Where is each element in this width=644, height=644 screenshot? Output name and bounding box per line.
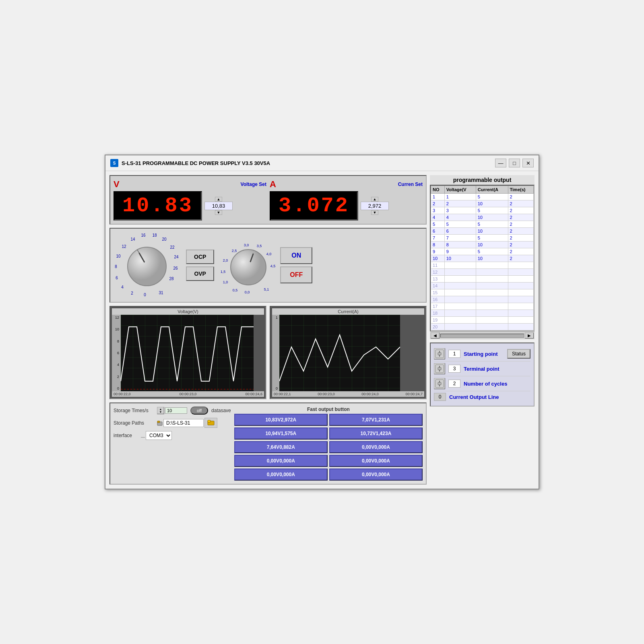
current-knob-svg[interactable]: 0,0 0,5 1,0 1,5 2,0 2,5 3,0 3,5 4,0 4,5 … [219,235,279,295]
cell-time: 2 [508,235,533,242]
table-row[interactable]: 11 [431,262,534,269]
fast-btn-2[interactable]: 10,94V1,575A [234,427,328,440]
current-line-label: Current Output Line [449,394,530,400]
current-down-arrow[interactable]: ▼ [371,210,378,215]
cell-current: 5 [476,221,508,228]
table-row[interactable]: 3 3 5 2 [431,207,534,214]
fast-btn-0[interactable]: 10,83V2,972A [234,414,328,426]
status-button[interactable]: Status [507,349,530,359]
terminal-point-icon[interactable] [434,363,445,374]
cell-current: 10 [476,242,508,248]
cell-voltage: 4 [444,214,476,221]
table-row[interactable]: 7 7 5 2 [431,235,534,242]
svg-text:28: 28 [169,277,174,281]
svg-text:18: 18 [152,233,157,237]
table-row[interactable]: 6 6 10 2 [431,228,534,235]
voltage-up-arrow[interactable]: ▲ [215,197,222,202]
voltage-set-input[interactable] [204,202,233,210]
table-row[interactable]: 8 8 10 2 [431,242,534,248]
cell-voltage: 9 [444,248,476,255]
browse-folder-button[interactable] [204,418,217,428]
c-t2: 00:00:23,0 [318,392,335,396]
fast-btn-6[interactable]: 0,00V0,000A [234,455,328,467]
storage-times-input[interactable] [165,407,187,414]
minimize-button[interactable]: — [495,159,506,167]
cell-time: 2 [508,214,533,221]
cell-time: 2 [508,242,533,248]
terminal-point-label: Terminal point [464,366,530,372]
svg-text:0: 0 [144,293,146,297]
maximize-button[interactable]: □ [509,159,520,167]
off-button[interactable]: OFF [280,266,312,283]
cell-time [508,262,533,269]
fast-btn-1[interactable]: 7,07V1,231A [329,414,423,426]
cell-no: 1 [431,194,445,200]
table-row[interactable]: 1 1 5 2 [431,194,534,200]
scroll-right-button[interactable]: ▶ [525,332,534,339]
on-button[interactable]: ON [280,247,312,264]
cycles-row: 2 Number of cycles [434,376,530,391]
current-set-input[interactable] [361,202,389,210]
cycles-icon[interactable] [434,378,445,389]
cell-current [476,324,508,330]
table-row[interactable]: 12 [431,269,534,276]
cell-no: 12 [431,269,445,276]
cycles-value: 2 [448,380,460,388]
fast-btn-8[interactable]: 0,00V0,000A [234,469,328,481]
svg-text:4,0: 4,0 [266,252,272,256]
v-y-12: 12 [114,316,119,320]
cell-current: 5 [476,248,508,255]
svg-text:6: 6 [116,276,118,280]
voltage-down-arrow[interactable]: ▼ [215,210,222,215]
table-row[interactable]: 20 [431,324,534,330]
table-row[interactable]: 17 [431,303,534,310]
cell-current [476,310,508,317]
table-row[interactable]: 4 4 10 2 [431,214,534,221]
table-row[interactable]: 5 5 5 2 [431,221,534,228]
storage-paths-input[interactable] [163,419,204,427]
scroll-left-button[interactable]: ◀ [431,332,440,339]
cell-time [508,276,533,283]
voltage-chart-title: Voltage(V) [112,308,264,315]
table-row[interactable]: 14 [431,283,534,289]
interface-select[interactable]: COM3 [146,431,172,440]
starting-point-icon[interactable] [434,348,445,359]
table-row[interactable]: 18 [431,310,534,317]
voltage-meter-section: V Voltage Set 10.83 ▲ ▼ [114,179,266,221]
datasave-toggle[interactable]: off [190,407,208,415]
fast-btn-9[interactable]: 0,00V0,000A [329,469,423,481]
cell-current [476,262,508,269]
svg-text:4: 4 [121,285,124,289]
cell-no: 11 [431,262,445,269]
table-row[interactable]: 13 [431,276,534,283]
close-button[interactable]: ✕ [522,159,534,167]
title-controls: — □ ✕ [495,159,534,167]
table-row[interactable]: 10 10 10 2 [431,255,534,262]
fast-btn-3[interactable]: 10,72V1,423A [329,427,423,440]
cell-current: 10 [476,200,508,207]
control-section: 1 Starting point Status 3 Terminal point… [430,343,535,407]
table-row[interactable]: 2 2 10 2 [431,200,534,207]
v-y-6: 6 [114,351,119,355]
scroll-thumb[interactable] [440,334,524,338]
ocp-button[interactable]: OCP [186,250,214,264]
times-spinner[interactable]: ▲ ▼ [157,407,164,414]
ovp-button[interactable]: OVP [186,266,214,281]
fast-btn-5[interactable]: 0,00V0,000A [329,441,423,453]
current-set-label: Curren Set [398,182,423,187]
window-title: S-LS-31 PROGRAMMABLE DC POWER SUPPLY V3.… [122,160,270,166]
datasave-label: datasave [211,408,231,413]
table-row[interactable]: 16 [431,296,534,303]
prog-output-title: programmable output [430,175,535,185]
fast-btn-4[interactable]: 7,64V0,882A [234,441,328,453]
table-row[interactable]: 9 9 5 2 [431,248,534,255]
current-up-arrow[interactable]: ▲ [371,197,378,202]
fast-btn-7[interactable]: 0,00V0,000A [329,455,423,467]
cell-time [508,324,533,330]
cell-voltage [444,303,476,310]
table-row[interactable]: 19 [431,317,534,324]
table-row[interactable]: 15 [431,289,534,296]
voltage-knob-svg[interactable]: 0 2 4 6 8 10 12 14 16 18 20 22 24 26 [113,231,181,299]
cell-no: 19 [431,317,445,324]
cell-no: 15 [431,289,445,296]
